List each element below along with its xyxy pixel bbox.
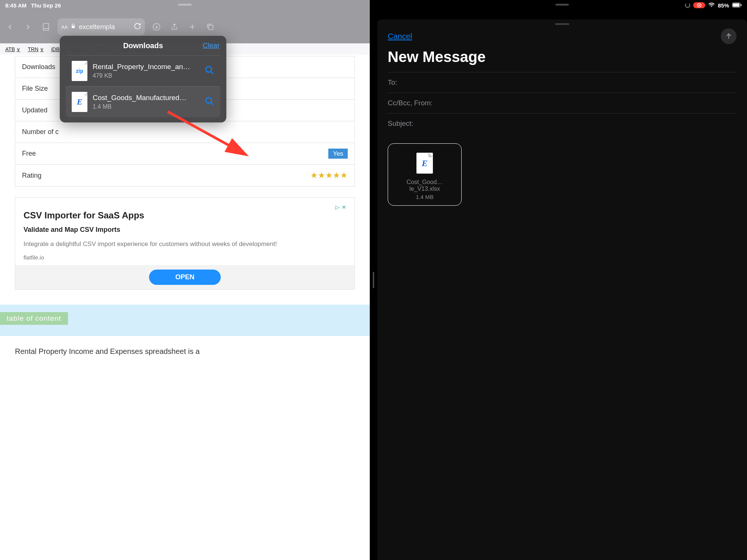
table-row: FreeYes [15,143,354,165]
svg-point-9 [698,4,700,6]
chevron-down-icon: ∨ [40,46,44,52]
new-tab-button[interactable] [186,21,199,33]
cancel-button[interactable]: Cancel [388,32,412,41]
svg-line-3 [211,71,213,74]
forward-button[interactable] [22,21,34,33]
adchoices-icon[interactable]: ▷ [335,204,340,210]
url-text: exceltempla [79,23,131,31]
download-size: 479 KB [93,72,199,79]
table-row: Rating★★★★★ [15,165,354,186]
status-date: Thu Sep 26 [31,2,61,9]
reload-icon[interactable] [134,22,141,31]
subject-field[interactable]: Subject: [388,113,737,134]
toc-strip: table of content [0,305,370,336]
back-button[interactable] [4,21,16,33]
ccbcc-field[interactable]: Cc/Bcc, From: [388,93,737,113]
divider-handle[interactable] [373,272,374,288]
attachment-size: 1.4 MB [393,194,457,200]
ad-body: Integrate a delightful CSV import experi… [24,240,346,249]
ad-title: CSV Importer for SaaS Apps [24,210,346,221]
row-label: Free [22,150,36,158]
download-size: 1.4 MB [93,103,199,110]
excel-file-icon: E [72,92,87,112]
multitask-grabber[interactable] [178,4,192,6]
rating-stars: ★★★★★ [310,171,348,180]
yes-badge: Yes [328,149,348,159]
table-row: Number of c [15,121,354,143]
zip-file-icon: zip [72,61,87,81]
excel-file-icon: E [416,153,433,174]
bookmark-item[interactable]: TRN∨ [28,46,44,52]
tabs-button[interactable] [204,21,217,33]
multitask-grabber[interactable] [555,4,569,6]
download-name: Cost_Goods_Manufactured… [93,94,199,102]
send-button[interactable] [721,28,737,44]
row-label: Updated [22,106,47,114]
download-item[interactable]: zip Rental_Property_Income_an… 479 KB [66,55,220,86]
row-label: Rating [22,172,41,180]
clear-button[interactable]: Clear [203,41,220,50]
text-size-icon[interactable]: AA [61,24,68,30]
ad-source: flatfile.io [24,254,346,261]
download-item[interactable]: E Cost_Goods_Manufactured… 1.4 MB [66,86,220,117]
row-label: File Size [22,85,48,93]
reader-button[interactable] [40,21,52,33]
svg-line-5 [211,102,213,105]
downloads-button[interactable] [150,21,163,33]
status-time: 8:45 AM [5,2,27,9]
download-name: Rental_Property_Income_an… [93,63,199,71]
svg-rect-1 [208,25,213,29]
bookmark-item[interactable]: ATB∨ [5,46,20,52]
page-content[interactable]: Downloads File Size Updated Number of c … [0,55,370,560]
svg-rect-11 [733,3,740,7]
sheet-grabber[interactable] [555,23,569,25]
toc-button[interactable]: table of content [0,312,68,325]
svg-rect-12 [741,4,742,6]
close-ad-icon[interactable]: ✕ [342,204,346,210]
message-body[interactable]: E Cost_Good…le_V13.xlsx 1.4 MB [377,134,747,215]
svg-point-4 [206,97,211,103]
split-view-divider[interactable] [370,0,377,560]
row-label: Number of c [22,128,59,136]
share-button[interactable] [168,21,181,33]
article-text: Rental Property Income and Expenses spre… [0,336,370,367]
screen-recording-indicator[interactable] [693,2,705,8]
chevron-down-icon: ∨ [16,46,20,52]
ad-subtitle: Validate and Map CSV Imports [24,226,346,234]
svg-point-2 [206,66,211,72]
lock-icon [71,24,76,30]
downloads-title: Downloads Clear [60,36,226,55]
compose-title: New Message [377,47,747,72]
downloads-popover: Downloads Clear zip Rental_Property_Inco… [60,36,226,122]
wifi-icon [708,2,715,9]
urlbar[interactable]: AA exceltempla [58,18,145,35]
row-label: Downloads [22,63,55,71]
compose-sheet: Cancel New Message To: Cc/Bcc, From: Sub… [377,19,747,560]
ad-box: ▷✕ CSV Importer for SaaS Apps Validate a… [15,197,355,290]
ad-open-button[interactable]: OPEN [149,270,220,285]
battery-icon [732,2,742,9]
mail-pane: 85% Cancel New Message To: Cc/Bcc, From:… [377,0,747,560]
safari-pane: 8:45 AM Thu Sep 26 AA exceltempla ATB∨ T… [0,0,370,560]
to-field[interactable]: To: [388,72,737,93]
attachment-name: Cost_Good…le_V13.xlsx [393,179,457,192]
loading-icon [685,3,690,8]
reveal-in-files-icon[interactable] [205,96,214,108]
reveal-in-files-icon[interactable] [205,65,214,77]
battery-pct: 85% [718,2,729,9]
attachment[interactable]: E Cost_Good…le_V13.xlsx 1.4 MB [388,143,462,206]
